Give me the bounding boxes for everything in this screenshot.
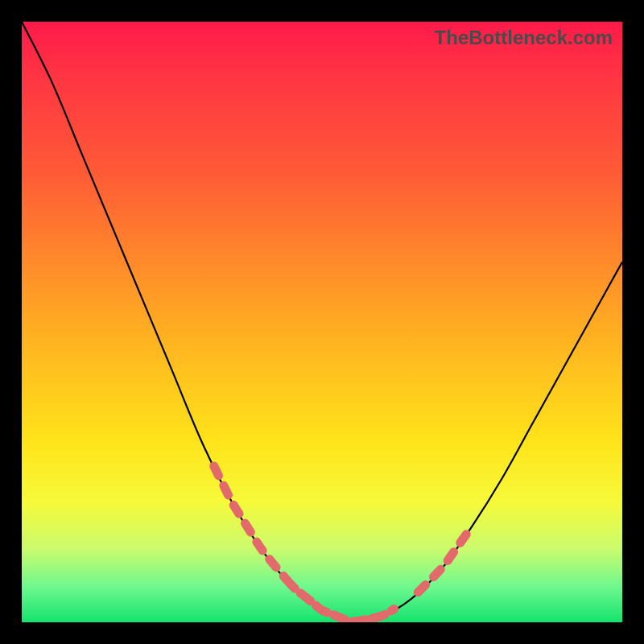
bottleneck-curve	[22, 22, 622, 622]
highlight-range-1	[286, 579, 394, 621]
highlight-segments	[214, 466, 473, 621]
plot-area: TheBottleneck.com	[22, 22, 622, 622]
highlight-range-0	[214, 466, 287, 579]
chart-frame: TheBottleneck.com	[0, 0, 644, 644]
watermark-label: TheBottleneck.com	[435, 27, 613, 49]
highlight-range-2	[418, 526, 472, 592]
curve-path	[22, 22, 622, 622]
